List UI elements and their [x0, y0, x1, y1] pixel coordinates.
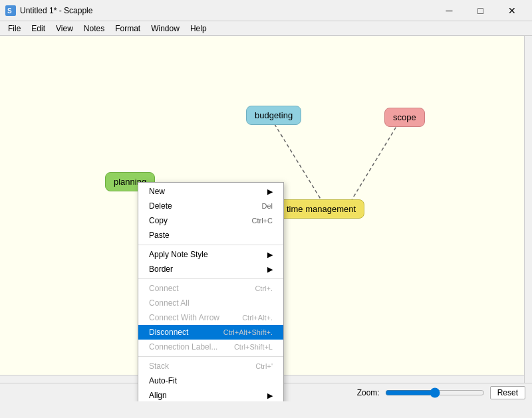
context-menu: New ▶ Delete Del Copy Ctrl+C Paste Apply…	[138, 182, 284, 401]
ctx-connection-label[interactable]: Connection Label... Ctrl+Shift+L	[138, 340, 283, 354]
menu-file[interactable]: File	[3, 23, 26, 35]
zoom-label: Zoom:	[357, 388, 380, 397]
separator-1	[138, 245, 283, 245]
window-controls: ─ □ ✕	[434, 1, 527, 20]
close-button[interactable]: ✕	[497, 1, 527, 20]
zoom-reset-button[interactable]: Reset	[490, 386, 525, 399]
ctx-paste[interactable]: Paste	[138, 228, 283, 243]
menu-view[interactable]: View	[51, 23, 78, 35]
ctx-auto-fit[interactable]: Auto-Fit	[138, 373, 283, 388]
note-budgeting[interactable]: budgeting	[246, 106, 301, 125]
ctx-delete[interactable]: Delete Del	[138, 199, 283, 213]
menu-window[interactable]: Window	[146, 23, 185, 35]
title-bar: S Untitled 1* - Scapple ─ □ ✕	[0, 0, 532, 21]
window-title: Untitled 1* - Scapple	[20, 6, 434, 15]
ctx-connect-all[interactable]: Connect All	[138, 296, 283, 310]
separator-3	[138, 356, 283, 357]
note-scope[interactable]: scope	[384, 108, 425, 127]
canvas[interactable]: budgeting scope planning time management…	[0, 36, 532, 401]
ctx-border[interactable]: Border ▶	[138, 262, 283, 276]
ctx-connect[interactable]: Connect Ctrl+.	[138, 281, 283, 296]
ctx-apply-note-style[interactable]: Apply Note Style ▶	[138, 247, 283, 262]
app-icon: S	[5, 5, 16, 16]
ctx-stack[interactable]: Stack Ctrl+'	[138, 359, 283, 373]
ctx-connect-arrow[interactable]: Connect With Arrow Ctrl+Alt+.	[138, 310, 283, 325]
ctx-disconnect[interactable]: Disconnect Ctrl+Alt+Shift+.	[138, 325, 283, 340]
menu-help[interactable]: Help	[185, 23, 212, 35]
ctx-new[interactable]: New ▶	[138, 184, 283, 199]
separator-2	[138, 278, 283, 279]
zoom-slider[interactable]	[385, 387, 485, 398]
ctx-copy[interactable]: Copy Ctrl+C	[138, 213, 283, 228]
menu-edit[interactable]: Edit	[26, 23, 51, 35]
ctx-align[interactable]: Align ▶	[138, 388, 283, 401]
svg-line-3	[347, 122, 399, 207]
maximize-button[interactable]: □	[466, 1, 495, 20]
minimize-button[interactable]: ─	[434, 1, 464, 20]
svg-text:S: S	[7, 7, 12, 15]
menu-bar: File Edit View Notes Format Window Help	[0, 21, 532, 36]
note-time[interactable]: time management	[278, 199, 364, 219]
menu-format[interactable]: Format	[110, 23, 146, 35]
menu-notes[interactable]: Notes	[78, 23, 110, 35]
vertical-scrollbar[interactable]	[524, 36, 532, 383]
